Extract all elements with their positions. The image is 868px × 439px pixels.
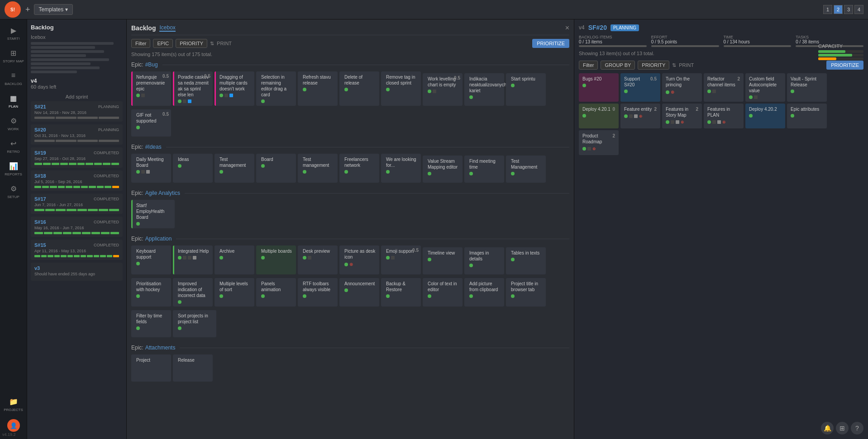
board-card[interactable]: Deploy 4.20.2	[745, 104, 785, 128]
card[interactable]: Board	[256, 154, 296, 183]
card[interactable]: Release	[173, 354, 213, 382]
sprint-print-button[interactable]: PRINT	[679, 62, 694, 68]
card[interactable]: Add picture from clipboard	[464, 278, 504, 307]
priority-filter-button[interactable]: PRIORITY	[176, 39, 207, 48]
notifications-icon[interactable]: 🔔	[821, 422, 834, 434]
sidebar-item-retro[interactable]: ↩ RETRO	[0, 135, 27, 157]
sprint-item-s21[interactable]: S#21 PLANNING Nov 14, 2016 - Nov 28, 201…	[31, 101, 123, 122]
card[interactable]: Timeline view	[423, 247, 463, 274]
card[interactable]: Keyboard support	[131, 245, 171, 274]
sort-icon[interactable]: ⇅	[210, 41, 214, 47]
add-sprint-button[interactable]: Add sprint	[31, 92, 123, 101]
card[interactable]: Filter by time fields	[131, 310, 171, 337]
sidebar-item-storymap[interactable]: ⊞ STORY MAP	[0, 44, 27, 67]
card[interactable]: Panels animation	[256, 278, 296, 307]
prioritize-button[interactable]: PRIORITIZE	[532, 39, 569, 48]
card[interactable]: 0.5Emoji support	[381, 245, 421, 274]
card[interactable]: Desk preview	[298, 245, 338, 274]
sprint-item-s20[interactable]: S#20 PLANNING Oct 31, 2016 - Nov 13, 201…	[31, 124, 123, 145]
card[interactable]: Images in details	[464, 247, 504, 274]
board-card[interactable]: 2Product Roadmap ⊕	[579, 130, 619, 155]
card[interactable]: We are looking for...	[381, 154, 421, 183]
sidebar-item-backlog[interactable]: ≡ BACKLOG	[0, 67, 27, 90]
card[interactable]: Start sprintu	[506, 73, 546, 106]
close-backlog-button[interactable]: ×	[565, 24, 569, 32]
card[interactable]: Color of text in editor	[423, 278, 463, 307]
epic-filter-button[interactable]: EPIC	[153, 39, 173, 48]
sprint-prioritize-button[interactable]: PRIORITIZE	[826, 61, 863, 70]
board-card[interactable]: 0.5Support S#20	[620, 73, 660, 102]
card[interactable]: Multiple levels of sort	[215, 278, 254, 307]
card[interactable]: Test management	[215, 154, 254, 183]
card[interactable]: Improved indication of incorrect data	[173, 278, 213, 307]
board-card[interactable]: Epic attributes	[787, 104, 827, 128]
sprint-item-s19[interactable]: S#19 COMPLETED Sep 27, 2016 - Oct 28, 20…	[31, 147, 123, 168]
board-card[interactable]: Vault - Sprint Release	[787, 73, 827, 102]
card[interactable]: RTF toolbars always visible	[298, 278, 338, 307]
sprint-filter-button[interactable]: Filter	[579, 61, 598, 70]
sprint-item-s17[interactable]: S#17 COMPLETED Jun 7, 2016 - Jun 27, 201…	[31, 194, 123, 214]
card[interactable]: Prioritisation with hockey	[131, 278, 171, 307]
card[interactable]: Test Management	[506, 156, 546, 183]
sidebar-item-start[interactable]: ▶ START!	[0, 22, 27, 44]
card[interactable]: Test management	[298, 154, 338, 183]
card[interactable]: Backup & Restore	[381, 278, 421, 307]
sprint-priority-button[interactable]: PRIORITY	[638, 61, 669, 70]
card[interactable]: Integrated Help	[173, 245, 213, 274]
card[interactable]: Value Stream Mapping editor	[423, 156, 463, 183]
sidebar-item-reports[interactable]: 📊 REPORTS	[0, 157, 27, 180]
board-card[interactable]: 2Features in Story Map ⊕	[662, 104, 702, 128]
card[interactable]: Multiple boards	[256, 245, 296, 274]
card[interactable]: Freelancers network	[339, 154, 379, 183]
board-card[interactable]: 0Deploy 4.20.1	[579, 104, 619, 128]
print-button[interactable]: PRINT	[217, 41, 232, 46]
card[interactable]: Sort projects in project list	[173, 310, 216, 337]
fullscreen-icon[interactable]: ⊞	[836, 422, 849, 434]
card[interactable]: Delete of release	[339, 71, 379, 106]
board-card[interactable]: 2Feature entity ⊕	[620, 104, 660, 128]
page-num-3[interactable]: 3	[844, 5, 853, 14]
card[interactable]: Announcement	[339, 278, 379, 307]
card[interactable]: Selection in remaining editor drag a car…	[256, 71, 296, 106]
card[interactable]: Remove tag in closed sprint	[381, 71, 421, 106]
card[interactable]: 0.5 Nefunguje premenovanie epic	[131, 71, 171, 106]
card[interactable]: Indikacia neaktualizovanych kariet	[464, 73, 504, 106]
sprint-group-by-button[interactable]: GROUP BY	[601, 61, 635, 70]
card[interactable]: 0.5 Poradie caskov sa neda zmenit ak sa …	[173, 71, 213, 106]
sort-icon-sprint[interactable]: ⇅	[672, 62, 676, 68]
card[interactable]: Find meeting time	[464, 156, 504, 183]
filter-button[interactable]: Filter	[131, 39, 150, 48]
board-card[interactable]: Bugs #20	[579, 73, 619, 102]
page-num-2[interactable]: 2	[834, 5, 843, 14]
help-icon[interactable]: ?	[851, 422, 863, 434]
card[interactable]: Start! EmployHealth Board	[131, 200, 175, 228]
card[interactable]: Archive	[215, 245, 254, 274]
sprint-item-s15[interactable]: S#15 COMPLETED Apr 11, 2016 - May 13, 20…	[31, 240, 123, 260]
templates-button[interactable]: Templates ▾	[34, 4, 73, 15]
sidebar-item-projects[interactable]: 📁 PROJECTS	[0, 393, 27, 415]
board-card[interactable]: 2Refactor channel items	[704, 73, 744, 102]
card[interactable]: 0.5 Work levelling chart is empty	[423, 73, 463, 106]
board-card[interactable]: Turn On the princing ⊕	[662, 73, 702, 102]
page-num-4[interactable]: 4	[854, 5, 863, 14]
sidebar-item-setup[interactable]: ⚙ SETUP	[0, 180, 27, 203]
page-num-1[interactable]: 1	[823, 5, 832, 14]
card[interactable]: Project	[131, 354, 171, 382]
card[interactable]: Dragging of multiple cards doesn't work	[215, 71, 254, 106]
board-card[interactable]: Custom field Autocomplete value	[745, 73, 785, 102]
tab-icebox[interactable]: Icebox	[159, 24, 175, 32]
add-button[interactable]: +	[25, 5, 30, 14]
card[interactable]: 0.5 GIF not supported	[131, 109, 171, 137]
sidebar-item-plan[interactable]: ▦ PLAN	[0, 90, 27, 112]
card[interactable]: Daily Meeting Board	[131, 154, 171, 183]
sprint-item-s18[interactable]: S#18 COMPLETED Jul 5, 2016 - Sep 26, 201…	[31, 170, 123, 191]
card[interactable]: Project title in browser tab	[506, 278, 546, 307]
sprint-item-s16[interactable]: S#16 COMPLETED May 16, 2016 - Jun 7, 201…	[31, 217, 123, 237]
board-card[interactable]: Features in PLAN ⊕	[704, 104, 744, 128]
sidebar-item-work[interactable]: ⚙ WORK	[0, 112, 27, 135]
card[interactable]: Picture as desk icon⊕	[339, 245, 379, 274]
card[interactable]: Refresh stavu release	[298, 71, 338, 106]
sprint-item-v3[interactable]: v3 Should have ended 255 days ago	[31, 263, 123, 281]
card[interactable]: Ideas	[173, 154, 213, 183]
card[interactable]: Tables in texts	[506, 247, 546, 274]
